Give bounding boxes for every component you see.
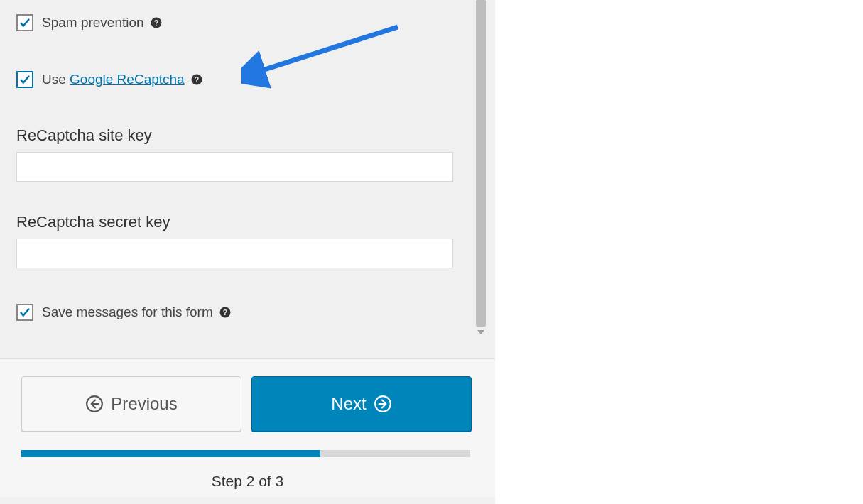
settings-panel: Spam prevention ? Use Google ReCaptcha ?… [0,0,495,504]
scrollbar-thumb[interactable] [476,0,486,327]
next-button[interactable]: Next [251,376,472,432]
spam-prevention-checkbox[interactable] [16,14,33,31]
wizard-footer: Previous Next Step 2 of 3 [0,358,495,497]
use-recaptcha-checkbox[interactable] [16,71,33,88]
previous-label: Previous [111,394,177,414]
nav-button-row: Previous Next [21,376,474,432]
scrollbar-down-icon[interactable] [476,328,486,336]
svg-text:?: ? [223,308,227,317]
form-scroll-area: Spam prevention ? Use Google ReCaptcha ?… [0,0,476,358]
help-icon[interactable]: ? [219,306,232,319]
step-indicator: Step 2 of 3 [21,473,474,490]
option-save-messages: Save messages for this form ? [16,304,455,321]
check-icon [18,306,31,319]
site-key-input[interactable] [16,152,453,182]
svg-line-6 [256,27,398,72]
secret-key-label: ReCaptcha secret key [16,213,455,231]
use-recaptcha-prefix: Use [42,72,66,87]
progress-fill [21,450,320,457]
save-messages-label: Save messages for this form [42,305,213,320]
arrow-right-circle-icon [374,395,392,413]
check-icon [18,73,31,86]
option-use-recaptcha: Use Google ReCaptcha ? [16,71,455,88]
help-icon[interactable]: ? [150,16,163,29]
save-messages-checkbox[interactable] [16,304,33,321]
site-key-label: ReCaptcha site key [16,126,455,145]
previous-button[interactable]: Previous [21,376,241,432]
progress-bar [21,450,470,457]
arrow-left-circle-icon [85,395,104,413]
svg-text:?: ? [153,18,158,27]
option-spam-prevention: Spam prevention ? [16,14,455,31]
secret-key-input[interactable] [16,239,453,268]
svg-text:?: ? [194,75,198,84]
spam-prevention-label: Spam prevention [42,15,144,31]
check-icon [18,16,31,29]
help-icon[interactable]: ? [190,73,203,86]
next-label: Next [331,394,366,414]
google-recaptcha-link[interactable]: Google ReCaptcha [70,72,185,87]
